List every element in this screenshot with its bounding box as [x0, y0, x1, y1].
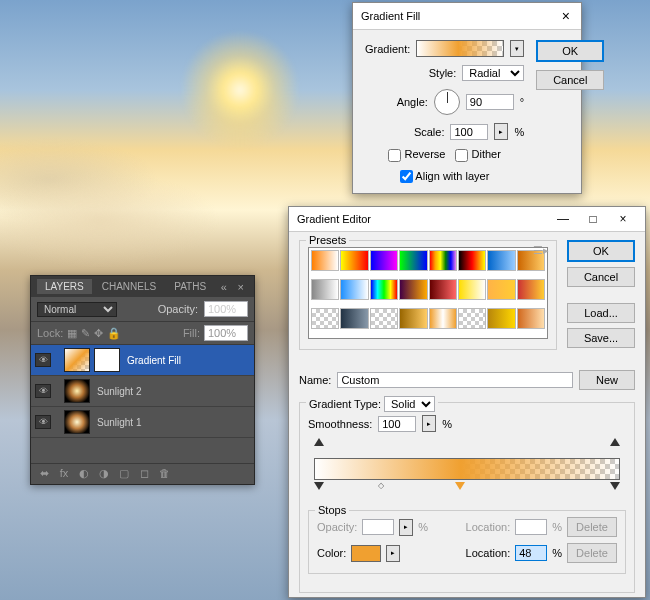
- color-stop[interactable]: [610, 482, 620, 492]
- new-layer-icon[interactable]: ◻: [137, 467, 151, 481]
- visibility-eye-icon[interactable]: [35, 353, 51, 367]
- lock-position-icon[interactable]: ✥: [94, 327, 103, 340]
- color-stops-row[interactable]: ◇: [314, 482, 620, 496]
- gradient-preset[interactable]: [458, 308, 486, 329]
- gradient-preset[interactable]: [487, 279, 515, 300]
- gradient-preset[interactable]: [340, 250, 368, 271]
- cancel-button[interactable]: Cancel: [567, 267, 635, 287]
- gradient-preview[interactable]: [416, 40, 504, 57]
- percent-symbol: %: [442, 418, 452, 430]
- gradient-preset[interactable]: [487, 250, 515, 271]
- gradient-dropdown-icon[interactable]: ▾: [510, 40, 524, 57]
- tab-paths[interactable]: PATHS: [166, 279, 214, 294]
- panel-collapse-icon[interactable]: «: [217, 281, 231, 293]
- align-checkbox[interactable]: Align with layer: [400, 170, 489, 184]
- gradient-preset[interactable]: [458, 250, 486, 271]
- layer-row[interactable]: Sunlight 2: [31, 376, 254, 407]
- new-button[interactable]: New: [579, 370, 635, 390]
- gradient-preset[interactable]: [517, 308, 545, 329]
- smoothness-stepper-icon[interactable]: ▸: [422, 415, 436, 432]
- lock-all-icon[interactable]: 🔒: [107, 327, 121, 340]
- adjustment-layer-icon[interactable]: ◑: [97, 467, 111, 481]
- layer-style-icon[interactable]: fx: [57, 467, 71, 481]
- gradient-type-select[interactable]: Solid: [384, 396, 435, 412]
- layer-mask-thumbnail[interactable]: [94, 348, 120, 372]
- color-stop-selected[interactable]: [455, 482, 465, 492]
- fill-value[interactable]: 100%: [204, 325, 248, 341]
- opacity-stops-row[interactable]: [314, 432, 620, 446]
- layer-name-label: Sunlight 1: [94, 417, 141, 428]
- background-sun: [180, 30, 300, 150]
- gradient-preset[interactable]: [340, 279, 368, 300]
- name-input[interactable]: [337, 372, 573, 388]
- gradient-preset[interactable]: [399, 279, 427, 300]
- gradient-editor-titlebar[interactable]: Gradient Editor — □ ×: [289, 207, 645, 232]
- smoothness-input[interactable]: [378, 416, 416, 432]
- angle-input[interactable]: [466, 94, 514, 110]
- layer-mask-icon[interactable]: ◐: [77, 467, 91, 481]
- stops-label: Stops: [315, 504, 349, 516]
- angle-dial[interactable]: [434, 89, 460, 115]
- dither-checkbox[interactable]: Dither: [455, 148, 500, 162]
- gradient-fill-title: Gradient Fill: [361, 10, 420, 22]
- color-stop[interactable]: [314, 482, 324, 492]
- layer-name-label: Gradient Fill: [124, 355, 181, 366]
- gradient-preset[interactable]: [487, 308, 515, 329]
- opacity-value[interactable]: 100%: [204, 301, 248, 317]
- color-swatch[interactable]: [351, 545, 381, 562]
- gradient-preset[interactable]: [340, 308, 368, 329]
- ok-button[interactable]: OK: [567, 240, 635, 262]
- reverse-checkbox[interactable]: Reverse: [388, 148, 445, 162]
- stop-location-input-2[interactable]: [515, 545, 547, 561]
- link-layers-icon[interactable]: ⬌: [37, 467, 51, 481]
- lock-image-icon[interactable]: ✎: [81, 327, 90, 340]
- blend-mode-select[interactable]: Normal: [37, 302, 117, 317]
- gradient-preset[interactable]: [311, 308, 339, 329]
- gradient-preset[interactable]: [370, 308, 398, 329]
- gradient-bar[interactable]: [314, 458, 620, 480]
- gradient-preset[interactable]: [399, 308, 427, 329]
- gradient-preset[interactable]: [517, 279, 545, 300]
- close-icon[interactable]: ×: [559, 8, 573, 24]
- tab-layers[interactable]: LAYERS: [37, 279, 92, 294]
- gradient-preset[interactable]: [429, 279, 457, 300]
- scale-stepper-icon[interactable]: ▸: [494, 123, 508, 140]
- layer-thumbnail[interactable]: [64, 379, 90, 403]
- gradient-preset[interactable]: [458, 279, 486, 300]
- visibility-eye-icon[interactable]: [35, 415, 51, 429]
- ok-button[interactable]: OK: [536, 40, 604, 62]
- opacity-stop[interactable]: [610, 436, 620, 446]
- close-icon[interactable]: ×: [609, 212, 637, 226]
- maximize-icon[interactable]: □: [579, 212, 607, 226]
- gradient-preset[interactable]: [370, 279, 398, 300]
- presets-menu-icon[interactable]: ☰▸: [530, 244, 552, 257]
- gradient-preset[interactable]: [429, 308, 457, 329]
- save-button[interactable]: Save...: [567, 328, 635, 348]
- opacity-stop[interactable]: [314, 436, 324, 446]
- lock-transparent-icon[interactable]: ▦: [67, 327, 77, 340]
- load-button[interactable]: Load...: [567, 303, 635, 323]
- gradient-preset[interactable]: [429, 250, 457, 271]
- delete-layer-icon[interactable]: 🗑: [157, 467, 171, 481]
- style-select[interactable]: Radial: [462, 65, 524, 81]
- cancel-button[interactable]: Cancel: [536, 70, 604, 90]
- layer-row[interactable]: Sunlight 1: [31, 407, 254, 438]
- gradient-preset[interactable]: [399, 250, 427, 271]
- gradient-preset[interactable]: [311, 250, 339, 271]
- scale-input[interactable]: [450, 124, 488, 140]
- visibility-eye-icon[interactable]: [35, 384, 51, 398]
- gradient-fill-titlebar[interactable]: Gradient Fill ×: [353, 3, 581, 30]
- minimize-icon[interactable]: —: [549, 212, 577, 226]
- layer-row[interactable]: Gradient Fill: [31, 345, 254, 376]
- layer-group-icon[interactable]: ▢: [117, 467, 131, 481]
- midpoint-icon[interactable]: ◇: [378, 481, 384, 490]
- gradient-preset[interactable]: [370, 250, 398, 271]
- color-dropdown-icon[interactable]: ▸: [386, 545, 400, 562]
- layer-thumbnail[interactable]: [64, 410, 90, 434]
- panel-close-icon[interactable]: ×: [234, 281, 248, 293]
- gradient-preset[interactable]: [311, 279, 339, 300]
- layer-name-label: Sunlight 2: [94, 386, 141, 397]
- gradient-type-label-wrap: Gradient Type: Solid: [306, 396, 438, 412]
- layer-thumbnail[interactable]: [64, 348, 90, 372]
- tab-channels[interactable]: CHANNELS: [94, 279, 164, 294]
